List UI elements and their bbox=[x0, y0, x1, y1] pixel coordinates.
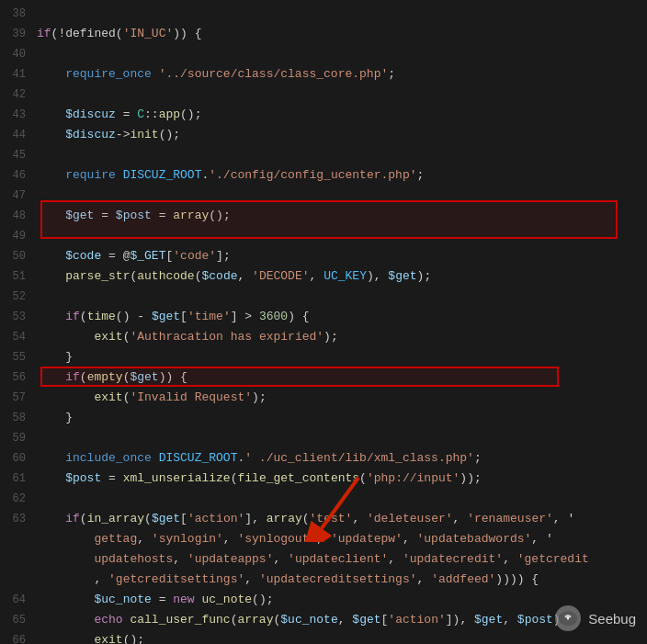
code-token: 'time' bbox=[187, 310, 231, 323]
line-number: 63 bbox=[0, 510, 37, 528]
code-token: $uc_note bbox=[94, 593, 151, 606]
code-token: 'Authracation has expiried' bbox=[130, 330, 324, 344]
code-line: 64 $uc_note = new uc_note(); bbox=[0, 590, 647, 610]
code-token: gettag bbox=[37, 532, 137, 546]
code-token: UC_KEY bbox=[324, 269, 367, 283]
line-content: } bbox=[37, 348, 647, 367]
code-token: )) { bbox=[159, 370, 187, 384]
code-token: 'updatebadwords' bbox=[417, 532, 532, 546]
code-token: init bbox=[130, 128, 158, 141]
code-token: , bbox=[503, 552, 517, 566]
code-token: $post bbox=[517, 613, 553, 627]
line-number: 54 bbox=[0, 328, 37, 346]
code-token: ( bbox=[80, 370, 87, 384]
line-content: exit('Authracation has expiried'); bbox=[37, 328, 647, 346]
code-token: , bbox=[238, 269, 253, 283]
code-line: 53 if(time() - $get['time'] > 3600) { bbox=[0, 307, 647, 327]
line-content: if(empty($get)) { bbox=[37, 368, 647, 387]
code-token: $get bbox=[152, 512, 180, 525]
code-token: 'updatecreditsettings' bbox=[259, 572, 417, 586]
code-token: [ bbox=[180, 310, 187, 323]
code-token: ); bbox=[252, 390, 267, 404]
code-token: 'DECODE' bbox=[252, 269, 309, 283]
line-number: 50 bbox=[0, 247, 37, 266]
code-line: 44 $discuz->init(); bbox=[0, 125, 647, 145]
code-token: exit bbox=[94, 633, 122, 644]
code-line: 54 exit('Authracation has expiried'); bbox=[0, 327, 647, 347]
code-token: (); bbox=[209, 209, 230, 222]
code-token bbox=[37, 128, 65, 141]
code-token: 'synlogin' bbox=[152, 532, 223, 546]
code-token bbox=[37, 633, 94, 644]
code-token: :: bbox=[144, 107, 159, 121]
seebug-logo-icon bbox=[553, 604, 583, 633]
code-line: 40 bbox=[0, 44, 647, 64]
line-number: 53 bbox=[0, 308, 37, 326]
code-line: 49 bbox=[0, 226, 647, 246]
code-token: )))) { bbox=[495, 572, 539, 586]
code-token: './config/config_ucenter.php' bbox=[209, 168, 416, 182]
code-token: , bbox=[388, 552, 403, 566]
line-content: if(!defined('IN_UC')) { bbox=[37, 25, 647, 43]
code-token: = bbox=[152, 593, 173, 606]
code-token: = bbox=[94, 209, 115, 222]
line-content bbox=[37, 186, 647, 205]
code-token bbox=[37, 107, 65, 121]
line-number: 62 bbox=[0, 490, 37, 508]
arrow-indicator bbox=[303, 469, 377, 542]
code-token: ; bbox=[388, 67, 395, 81]
code-token: , bbox=[244, 572, 259, 586]
code-line: 42 bbox=[0, 85, 647, 105]
line-number: 58 bbox=[0, 409, 37, 427]
code-token: updatehosts bbox=[37, 552, 173, 566]
code-token bbox=[37, 390, 94, 404]
code-token: authcode bbox=[137, 269, 194, 283]
code-token: require bbox=[37, 168, 123, 182]
code-token bbox=[37, 572, 94, 586]
code-token: = bbox=[101, 249, 122, 263]
code-token: ); bbox=[417, 269, 432, 283]
code-token: (); bbox=[180, 107, 201, 121]
line-content: $discuz->init(); bbox=[37, 126, 647, 144]
code-token: $discuz bbox=[65, 107, 116, 121]
code-line: updatehosts, 'updateapps', 'updateclient… bbox=[0, 549, 647, 570]
line-content: , 'getcreditsettings', 'updatecreditsett… bbox=[37, 571, 647, 589]
code-line: 43 $discuz = C::app(); bbox=[0, 105, 647, 125]
line-number: 46 bbox=[0, 166, 37, 185]
code-token: 'getcreditsettings' bbox=[108, 572, 244, 586]
code-line: 52 bbox=[0, 287, 647, 307]
line-number: 51 bbox=[0, 267, 37, 286]
line-number: 44 bbox=[0, 126, 37, 144]
code-token: empty bbox=[87, 370, 123, 384]
code-token: $code bbox=[201, 269, 237, 283]
code-token: ]; bbox=[216, 249, 231, 263]
line-number: 55 bbox=[0, 348, 37, 367]
line-number: 39 bbox=[0, 25, 37, 43]
code-token: 'deleteuser' bbox=[367, 512, 453, 525]
code-token: $get bbox=[474, 613, 503, 627]
code-token: require_once bbox=[37, 67, 159, 81]
code-token: DISCUZ_ROOT bbox=[159, 451, 238, 465]
code-token: (); bbox=[159, 128, 180, 141]
line-content bbox=[37, 45, 647, 63]
code-token: = bbox=[101, 471, 122, 485]
code-token bbox=[37, 330, 94, 344]
code-token: 3600 bbox=[259, 310, 288, 323]
line-content bbox=[37, 5, 647, 23]
code-token: ( bbox=[80, 310, 87, 323]
code-token: if bbox=[65, 512, 80, 525]
code-token: , bbox=[173, 552, 187, 566]
code-line: 59 bbox=[0, 428, 647, 448]
code-line: 57 exit('Invalid Request'); bbox=[0, 388, 647, 408]
line-number: 48 bbox=[0, 207, 37, 225]
line-content: $discuz = C::app(); bbox=[37, 106, 647, 124]
code-token bbox=[37, 512, 65, 525]
code-token: 'updateapps' bbox=[187, 552, 274, 566]
line-content: require_once '../source/class/class_core… bbox=[37, 65, 647, 84]
code-token: (); bbox=[123, 633, 144, 644]
code-token: $get bbox=[152, 310, 180, 323]
line-content: if(time() - $get['time'] > 3600) { bbox=[37, 308, 647, 326]
code-token: , bbox=[223, 532, 238, 546]
code-token: $discuz bbox=[65, 128, 116, 141]
code-token: = bbox=[116, 107, 137, 121]
